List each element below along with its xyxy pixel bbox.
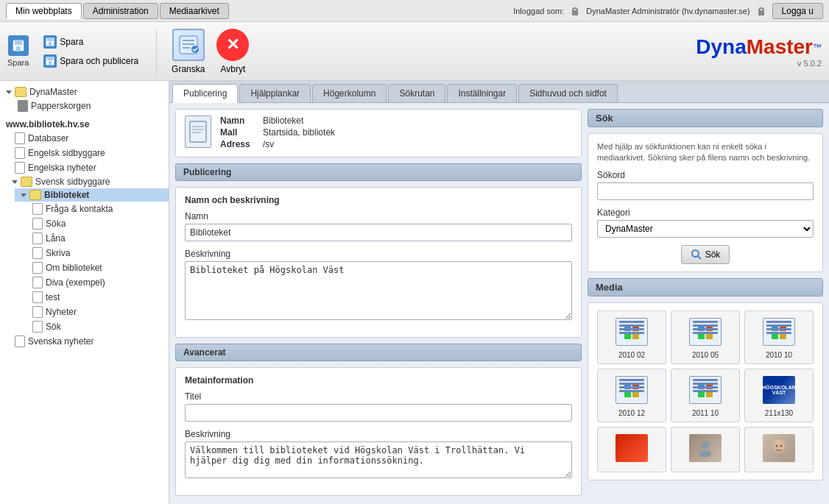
description-textarea[interactable]: Biblioteket på Högskolan Väst bbox=[185, 261, 572, 320]
logout-button[interactable]: Logga u bbox=[772, 3, 823, 19]
sidebar-item-svenska-nyheter[interactable]: Svenska nyheter bbox=[9, 334, 169, 349]
media-panel-body: 2010 02 bbox=[588, 302, 823, 480]
media-item-2011-10[interactable]: 2011 10 bbox=[671, 369, 740, 422]
doc-icon bbox=[615, 376, 648, 404]
grid-cell bbox=[706, 391, 713, 397]
review-button[interactable]: Granska bbox=[172, 29, 205, 74]
item-label: Sök bbox=[46, 322, 61, 332]
save-publish-toolbar-item[interactable]: Spara och publicera bbox=[40, 53, 141, 69]
item-label: test bbox=[46, 292, 60, 302]
media-thumb bbox=[685, 374, 726, 406]
sidebar-item-engelska-nyheter[interactable]: Engelska nyheter bbox=[9, 160, 169, 175]
grid-cell bbox=[780, 324, 786, 331]
save-toolbar-item[interactable]: Spara bbox=[40, 34, 141, 50]
grid-cell bbox=[632, 333, 639, 339]
media-item-face[interactable] bbox=[744, 427, 814, 472]
sidebar-item-test[interactable]: test bbox=[27, 290, 169, 305]
item-label: Söka bbox=[46, 219, 66, 229]
svg-rect-8 bbox=[47, 38, 53, 41]
sidebar-item-diva[interactable]: Diva (exempel) bbox=[27, 275, 169, 290]
page-icon-t bbox=[32, 291, 43, 303]
media-item-2010-05[interactable]: 2010 05 bbox=[671, 310, 740, 364]
meta-desc-label: Beskrivning bbox=[185, 429, 572, 439]
item-label: Om biblioteket bbox=[46, 263, 102, 273]
sidebar-item-databaser[interactable]: Databaser bbox=[9, 131, 169, 146]
media-grid: 2010 02 bbox=[597, 310, 814, 472]
page-icon-sk bbox=[32, 247, 43, 259]
sidebar-item-lana[interactable]: Låna bbox=[27, 231, 169, 246]
description-field-label: Beskrivning bbox=[185, 249, 572, 259]
topbar: Min webbplats Administration Mediaarkive… bbox=[0, 0, 829, 22]
tab-hjalpplankar[interactable]: Hjälpplankar bbox=[239, 84, 311, 102]
tab-mediaarkivet[interactable]: Mediaarkivet bbox=[160, 3, 229, 19]
media-thumb bbox=[611, 374, 652, 406]
media-label: 2010 05 bbox=[692, 351, 719, 359]
save-small-icon bbox=[43, 35, 57, 49]
sidebar-item-engelsk[interactable]: Engelsk sidbyggare bbox=[9, 146, 169, 160]
tab-installningar[interactable]: Inställningar bbox=[447, 84, 517, 102]
item-label: Engelska nyheter bbox=[28, 163, 96, 173]
grid-cell bbox=[698, 324, 705, 331]
grid-cell bbox=[780, 333, 786, 339]
sidebar-trash[interactable]: Papperskorgen bbox=[12, 99, 169, 113]
sidebar-item-fraga[interactable]: Fråga & kontakta bbox=[27, 202, 169, 216]
tab-administration[interactable]: Administration bbox=[83, 3, 158, 19]
save-label: Spara bbox=[7, 58, 29, 67]
item-label: Diva (exempel) bbox=[46, 277, 105, 288]
topbar-user-area: Inloggad som: DynaMaster Administratör (… bbox=[513, 3, 823, 19]
item-label: Nyheter bbox=[46, 307, 77, 317]
media-item-2010-12[interactable]: 2010 12 bbox=[597, 369, 666, 422]
name-input[interactable] bbox=[185, 224, 572, 241]
cancel-button[interactable]: ✕ Avbryt bbox=[216, 29, 249, 74]
search-panel: Sök Med hjälp av sökfunktionen kan ni en… bbox=[588, 109, 823, 272]
item-label: Fråga & kontakta bbox=[46, 204, 113, 214]
meta-desc-textarea[interactable]: Välkommen till biblioteket vid Högskolan… bbox=[185, 441, 572, 478]
sidebar-item-nyheter[interactable]: Nyheter bbox=[27, 305, 169, 319]
page-info-details: Namn Biblioteket Mall Startsida, bibliot… bbox=[220, 116, 335, 151]
name-description-section: Namn och beskrivning Namn Beskrivning Bi… bbox=[175, 187, 582, 338]
grid-cell bbox=[706, 333, 713, 339]
media-item-person[interactable] bbox=[671, 427, 740, 472]
search-button[interactable]: Sök bbox=[681, 245, 730, 264]
media-item-red[interactable] bbox=[597, 427, 666, 472]
logo-version: v 5.0.2 bbox=[797, 59, 822, 68]
svg-rect-3 bbox=[759, 8, 763, 12]
sidebar-item-biblioteket[interactable]: Biblioteket bbox=[15, 188, 169, 202]
save-publish-icon bbox=[43, 54, 57, 68]
sidebar-item-om[interactable]: Om biblioteket bbox=[27, 260, 169, 275]
tab-sokrutan[interactable]: Sökrutan bbox=[388, 84, 445, 102]
sidebar-root[interactable]: DynaMaster bbox=[0, 85, 169, 99]
page-large-icon bbox=[185, 116, 211, 148]
meta-title: Metainformation bbox=[185, 375, 572, 386]
tab-hogerkolumn[interactable]: Högerkolumn bbox=[312, 84, 387, 102]
page-icon-d bbox=[32, 277, 43, 288]
save-button-group[interactable]: Spara bbox=[7, 35, 29, 67]
search-input[interactable] bbox=[597, 182, 814, 200]
logo: DynaMaster™ bbox=[696, 35, 822, 59]
template-label: Mall bbox=[220, 127, 257, 138]
sidebar-item-svensk[interactable]: Svensk sidbyggare bbox=[6, 175, 169, 188]
media-label: 211x130 bbox=[765, 409, 793, 417]
search-panel-title: Sök bbox=[588, 109, 823, 127]
title-input[interactable] bbox=[185, 404, 572, 422]
media-item-2010-10[interactable]: 2010 10 bbox=[744, 310, 814, 364]
page-icon-l bbox=[32, 233, 43, 244]
sidebar-item-skriva[interactable]: Skriva bbox=[27, 246, 169, 260]
item-label: Engelsk sidbyggare bbox=[28, 148, 105, 158]
tab-min-webbplats[interactable]: Min webbplats bbox=[6, 3, 82, 19]
save-icon bbox=[8, 35, 29, 56]
media-item-hs-logo[interactable]: HÖGSKOLAN VÄST 211x130 bbox=[744, 369, 814, 422]
folder-sv bbox=[21, 177, 32, 187]
media-item-2010-02[interactable]: 2010 02 bbox=[597, 310, 666, 364]
tab-sidhuvud[interactable]: Sidhuvud och sidfot bbox=[518, 84, 618, 102]
category-select[interactable]: DynaMaster bbox=[597, 220, 814, 238]
tab-publicering[interactable]: Publicering bbox=[172, 84, 238, 103]
lock-icon bbox=[570, 6, 580, 16]
arrow-down-sv bbox=[12, 180, 18, 184]
sidebar-item-soka[interactable]: Söka bbox=[27, 216, 169, 231]
item-label: Låna bbox=[46, 233, 66, 244]
media-label: 2010 10 bbox=[766, 351, 792, 359]
sidebar-item-sok[interactable]: Sök bbox=[27, 319, 169, 334]
media-panel-title: Media bbox=[588, 278, 823, 297]
root-folder-icon bbox=[15, 87, 27, 97]
